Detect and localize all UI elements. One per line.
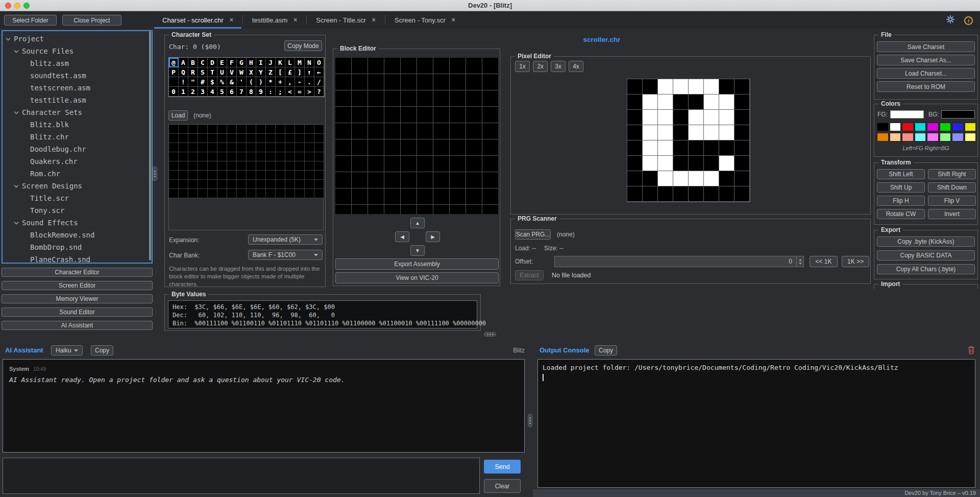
preview-cell[interactable] — [276, 134, 285, 143]
block-cell[interactable] — [352, 205, 368, 214]
block-cell[interactable] — [401, 139, 417, 156]
preview-cell[interactable] — [256, 143, 266, 152]
charset-cell[interactable]: G — [237, 58, 247, 67]
pixel-cell[interactable] — [658, 156, 673, 171]
block-cell[interactable] — [401, 123, 417, 139]
preview-cell[interactable] — [179, 134, 188, 143]
sidebar-button-character-editor[interactable]: Character Editor — [2, 268, 153, 277]
block-cell[interactable] — [368, 205, 384, 214]
preview-cell[interactable] — [305, 143, 314, 152]
block-cell[interactable] — [433, 139, 450, 156]
block-cell[interactable] — [384, 107, 401, 123]
tree-item-rom-chr[interactable]: Rom.chr — [3, 168, 152, 180]
transform-button-rotate-cw[interactable]: Rotate CW — [877, 209, 925, 219]
export-button-copy-all-chars-byte-[interactable]: Copy All Chars (.byte) — [877, 264, 975, 274]
tab-close-icon[interactable]: × — [230, 16, 233, 23]
tab-close-icon[interactable]: × — [452, 16, 455, 23]
block-cell[interactable] — [384, 123, 401, 139]
pixel-cell[interactable] — [643, 110, 658, 125]
block-cell[interactable] — [433, 107, 450, 123]
charset-cell[interactable]: & — [227, 77, 237, 87]
block-cell[interactable] — [450, 205, 466, 214]
preview-cell[interactable] — [247, 125, 256, 134]
block-cell[interactable] — [401, 74, 417, 90]
block-cell[interactable] — [401, 90, 417, 107]
export-button-copy-byte-kickass-[interactable]: Copy .byte (KickAss) — [877, 236, 975, 247]
charset-cell[interactable]: U — [217, 67, 227, 77]
preview-cell[interactable] — [295, 189, 305, 198]
preview-cell[interactable] — [266, 189, 276, 198]
preview-cell[interactable] — [256, 125, 266, 134]
block-cell[interactable] — [384, 188, 401, 205]
charset-cell[interactable]: Q — [179, 67, 188, 77]
load-charset-file-button[interactable]: Load — [168, 110, 188, 121]
tab-testtitle-asm[interactable]: testtitle.asm× — [243, 11, 306, 29]
pixel-cell[interactable] — [719, 110, 734, 125]
charset-cell[interactable]: ← — [314, 67, 324, 77]
preview-cell[interactable] — [247, 152, 256, 161]
charset-cell[interactable]: 9 — [256, 87, 266, 97]
pixel-cell[interactable] — [643, 156, 658, 171]
preview-cell[interactable] — [198, 152, 208, 161]
pixel-cell[interactable] — [689, 156, 704, 171]
preview-cell[interactable] — [188, 161, 198, 171]
block-cell[interactable] — [368, 123, 384, 139]
preview-cell[interactable] — [237, 125, 247, 134]
charset-cell[interactable]: 1 — [179, 87, 188, 97]
preview-cell[interactable] — [208, 189, 217, 198]
preview-cell[interactable] — [169, 143, 179, 152]
block-cell[interactable] — [482, 123, 499, 139]
charset-cell[interactable]: O — [314, 58, 324, 67]
block-cell[interactable] — [417, 107, 433, 123]
block-cell[interactable] — [352, 90, 368, 107]
pixel-cell[interactable] — [734, 110, 750, 125]
preview-cell[interactable] — [247, 189, 256, 198]
block-cell[interactable] — [466, 107, 482, 123]
preview-cell[interactable] — [266, 161, 276, 171]
preview-cell[interactable] — [169, 134, 179, 143]
preview-cell[interactable] — [305, 180, 314, 189]
preview-cell[interactable] — [305, 189, 314, 198]
charset-cell[interactable]: S — [198, 67, 208, 77]
pixel-cell[interactable] — [704, 171, 719, 186]
pixel-cell[interactable] — [673, 94, 689, 110]
pixel-cell[interactable] — [658, 186, 673, 202]
preview-cell[interactable] — [305, 134, 314, 143]
preview-cell[interactable] — [169, 171, 179, 180]
charset-cell[interactable]: 0 — [169, 87, 179, 97]
charset-cell[interactable]: E — [217, 58, 227, 67]
preview-cell[interactable] — [179, 189, 188, 198]
block-cell[interactable] — [352, 188, 368, 205]
chevron-down-icon[interactable] — [14, 184, 22, 188]
preview-cell[interactable] — [179, 152, 188, 161]
preview-cell[interactable] — [295, 143, 305, 152]
block-cell[interactable] — [368, 188, 384, 205]
charset-cell[interactable]: ] — [295, 67, 305, 77]
transform-button-shift-right[interactable]: Shift Right — [928, 169, 976, 179]
block-cell[interactable] — [433, 123, 450, 139]
chevron-down-icon[interactable] — [14, 221, 22, 225]
preview-cell[interactable] — [217, 152, 227, 161]
block-cell[interactable] — [466, 188, 482, 205]
charset-cell[interactable]: ? — [314, 87, 324, 97]
charset-cell[interactable]: # — [198, 77, 208, 87]
preview-cell[interactable] — [266, 125, 276, 134]
preview-cell[interactable] — [285, 180, 295, 189]
charset-cell[interactable]: < — [285, 87, 295, 97]
block-cell[interactable] — [335, 172, 352, 188]
pixel-cell[interactable] — [734, 156, 750, 171]
block-cell[interactable] — [384, 58, 401, 74]
block-cell[interactable] — [335, 58, 352, 74]
ai-prompt-input[interactable] — [3, 458, 480, 494]
preview-cell[interactable] — [188, 171, 198, 180]
pixel-cell[interactable] — [689, 186, 704, 202]
block-cell[interactable] — [466, 74, 482, 90]
pixel-cell[interactable] — [658, 110, 673, 125]
preview-cell[interactable] — [314, 152, 324, 161]
charset-cell[interactable]: W — [237, 67, 247, 77]
pixel-cell[interactable] — [704, 79, 719, 94]
pixel-cell[interactable] — [658, 94, 673, 110]
preview-cell[interactable] — [247, 143, 256, 152]
block-cell[interactable] — [417, 74, 433, 90]
preview-cell[interactable] — [208, 134, 217, 143]
